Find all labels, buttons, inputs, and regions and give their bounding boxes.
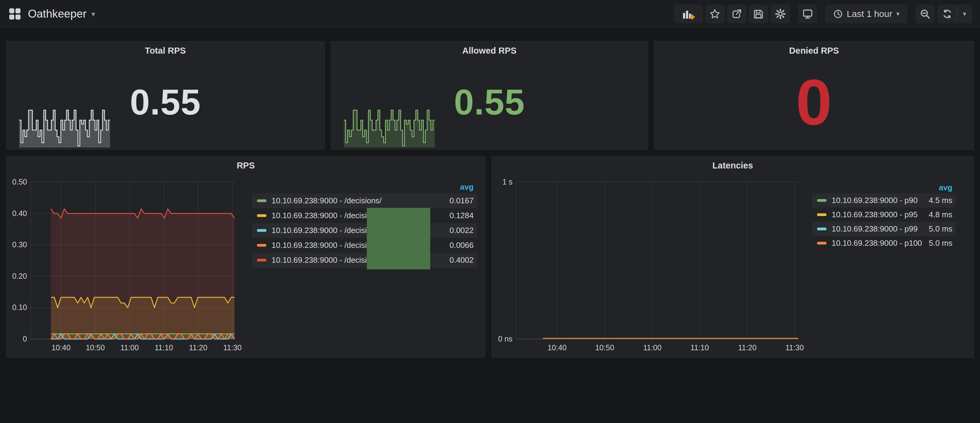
legend-series-swatch[interactable] <box>257 214 266 217</box>
legend-row: 10.10.69.238:9000 - p954.8 ms <box>812 208 956 222</box>
refresh-button-group: ▾ <box>937 5 972 23</box>
dashboard-nav: Oathkeeper ▾ <box>8 7 95 21</box>
legend-series-swatch[interactable] <box>817 242 826 244</box>
rps-y-tick: 0.30 <box>5 240 27 249</box>
legend-avg-value: 5.0 ms <box>929 238 956 248</box>
rps-y-tick: 0.50 <box>5 177 27 186</box>
rps-y-tick: 0.10 <box>5 303 27 312</box>
panel-latencies-graph: Latencies avg10.10.69.238:9000 - p904.5 … <box>492 156 974 358</box>
panel-title[interactable]: RPS <box>6 161 485 171</box>
monitor-icon <box>802 8 813 19</box>
legend-avg-value: 4.8 ms <box>929 210 956 219</box>
save-button[interactable] <box>749 5 768 23</box>
refresh-interval-caret-icon[interactable]: ▾ <box>957 5 972 23</box>
grid-icon-svg <box>8 7 22 21</box>
panel-title[interactable]: Allowed RPS <box>331 46 648 56</box>
latencies-x-tick: 10:50 <box>584 343 626 352</box>
share-button[interactable] <box>727 5 746 23</box>
add-panel-button[interactable] <box>675 5 702 23</box>
legend-avg-value: 0.1284 <box>449 211 477 220</box>
legend-series-swatch[interactable] <box>257 259 266 261</box>
clock-icon <box>833 9 843 19</box>
latencies-x-tick: 11:10 <box>678 343 721 352</box>
legend-row: 10.10.69.238:9000 - /decisions/0.1284 <box>252 208 477 223</box>
panel-total-rps: Total RPS 0.55 <box>6 41 325 150</box>
legend-series-swatch[interactable] <box>257 244 266 247</box>
legend-series-name[interactable]: 10.10.69.238:9000 - p95 <box>832 210 929 219</box>
dashboard-dropdown-caret-icon[interactable]: ▾ <box>91 10 95 19</box>
legend-avg-value: 0.0066 <box>449 241 477 250</box>
panel-rps-graph: RPS avg10.10.69.238:9000 - /decisions/0.… <box>6 156 485 358</box>
legend-avg-value: 0.0022 <box>449 226 477 235</box>
zoom-out-icon <box>920 8 931 19</box>
legend-row: 10.10.69.238:9000 - p1005.0 ms <box>812 236 956 250</box>
settings-button[interactable] <box>771 5 790 23</box>
legend-avg-value: 5.0 ms <box>929 224 956 234</box>
legend-series-swatch[interactable] <box>817 199 826 202</box>
latencies-y-tick: 1 s <box>490 177 512 186</box>
grafana-dashboard: Oathkeeper ▾ <box>0 0 980 423</box>
dashboard-title[interactable]: Oathkeeper <box>28 8 86 20</box>
legend-series-swatch[interactable] <box>817 213 826 216</box>
latencies-x-tick: 11:30 <box>773 343 816 352</box>
legend-series-swatch[interactable] <box>257 229 266 232</box>
time-range-caret-icon: ▾ <box>896 10 900 18</box>
panel-title[interactable]: Total RPS <box>6 46 325 56</box>
dashboards-grid-icon[interactable] <box>8 7 22 21</box>
star-button[interactable] <box>705 5 724 23</box>
legend-series-name[interactable]: 10.10.69.238:9000 - p100 <box>832 238 929 248</box>
top-navbar: Oathkeeper ▾ <box>0 0 980 28</box>
rps-y-tick: 0 <box>5 334 27 343</box>
latencies-x-tick: 10:40 <box>536 343 578 352</box>
save-icon <box>753 8 764 19</box>
legend-series-swatch[interactable] <box>817 228 826 230</box>
legend-series-name[interactable]: 10.10.69.238:9000 - p90 <box>832 196 929 205</box>
legend-series-name[interactable]: 10.10.69.238:9000 - /decisions/ <box>272 196 449 206</box>
legend-avg-value: 0.0167 <box>449 196 477 206</box>
legend-row: 10.10.69.238:9000 - p995.0 ms <box>812 222 956 236</box>
stat-value: 0.55 <box>331 41 648 149</box>
legend-avg-value: 0.4002 <box>449 255 477 265</box>
latencies-chart <box>492 156 974 357</box>
gear-icon <box>775 8 786 20</box>
latencies-x-tick: 11:00 <box>631 343 674 352</box>
share-icon <box>731 8 742 19</box>
panel-allowed-rps: Allowed RPS 0.55 <box>331 41 648 150</box>
latencies-x-tick: 11:20 <box>726 343 768 352</box>
refresh-icon <box>942 8 953 19</box>
time-range-button[interactable]: Last 1 hour ▾ <box>826 5 907 23</box>
panel-title[interactable]: Latencies <box>492 161 974 171</box>
stat-value: 0.55 <box>6 41 325 149</box>
legend-series-name[interactable]: 10.10.69.238:9000 - p99 <box>832 224 929 234</box>
cycle-view-button[interactable] <box>798 5 817 23</box>
legend-series-swatch[interactable] <box>257 200 266 202</box>
latencies-y-tick: 0 ns <box>490 334 512 343</box>
stat-value: 0 <box>654 41 974 149</box>
zoom-out-button[interactable] <box>916 5 934 23</box>
rps-y-tick: 0.20 <box>5 272 27 280</box>
legend-row: 10.10.69.238:9000 - /decisions/0.0167 <box>252 193 477 208</box>
rps-x-tick: 11:30 <box>211 343 254 352</box>
rps-y-tick: 0.40 <box>5 209 27 218</box>
legend-row: 10.10.69.238:9000 - p904.5 ms <box>812 193 956 208</box>
legend-row: 10.10.69.238:9000 - /decisions/0.4002 <box>252 253 477 268</box>
panel-title[interactable]: Denied RPS <box>654 46 974 56</box>
add-panel-icon <box>682 8 695 20</box>
legend-row: 10.10.69.238:9000 - /decisions/0.0066 <box>252 238 477 253</box>
legend-row: 10.10.69.238:9000 - /decisions/0.0022 <box>252 223 477 238</box>
panel-denied-rps: Denied RPS 0 <box>654 41 974 150</box>
star-icon <box>710 8 720 19</box>
legend-green-overlay <box>367 208 430 269</box>
dashboard-toolbar: Last 1 hour ▾ <box>671 5 972 23</box>
time-range-label: Last 1 hour <box>847 9 892 19</box>
refresh-button[interactable] <box>938 5 957 23</box>
legend-avg-value: 4.5 ms <box>929 196 956 205</box>
